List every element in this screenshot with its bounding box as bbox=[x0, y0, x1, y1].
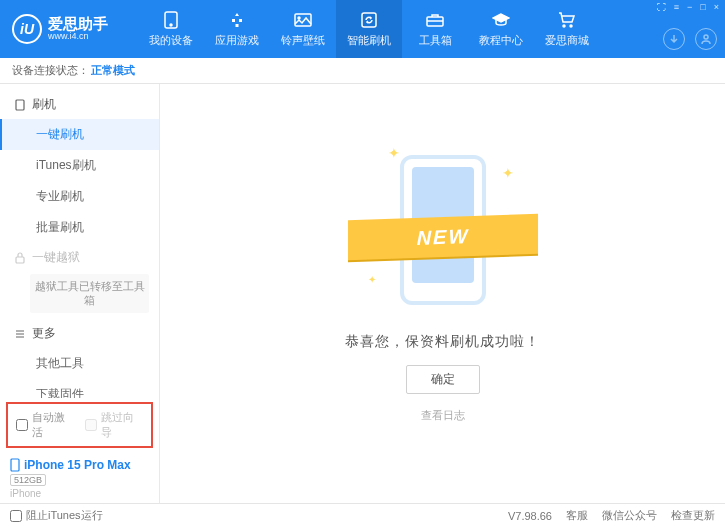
svg-point-3 bbox=[298, 17, 300, 19]
svg-rect-9 bbox=[16, 100, 24, 110]
graduation-icon bbox=[492, 11, 510, 29]
image-icon bbox=[294, 11, 312, 29]
feedback-icon[interactable]: ⛶ bbox=[657, 2, 666, 12]
device-storage: 512GB bbox=[10, 474, 46, 486]
new-ribbon: NEW bbox=[348, 213, 538, 260]
svg-point-6 bbox=[563, 25, 565, 27]
checkbox-label: 自动激活 bbox=[32, 410, 75, 440]
app-title: 爱思助手 bbox=[48, 16, 108, 33]
group-label: 一键越狱 bbox=[32, 249, 80, 266]
svg-rect-4 bbox=[362, 13, 376, 27]
phone-small-icon bbox=[14, 99, 26, 111]
nav-toolbox[interactable]: 工具箱 bbox=[402, 0, 468, 58]
refresh-icon bbox=[361, 11, 377, 29]
phone-icon bbox=[164, 11, 178, 29]
maximize-icon[interactable]: □ bbox=[700, 2, 705, 12]
svg-rect-11 bbox=[11, 459, 19, 471]
download-button[interactable] bbox=[663, 28, 685, 50]
nav-store[interactable]: 爱思商城 bbox=[534, 0, 600, 58]
nav-ringtones[interactable]: 铃声壁纸 bbox=[270, 0, 336, 58]
footer-update-link[interactable]: 检查更新 bbox=[671, 508, 715, 523]
device-name[interactable]: iPhone 15 Pro Max bbox=[10, 458, 149, 472]
sidebar-item-pro-flash[interactable]: 专业刷机 bbox=[0, 181, 159, 212]
sidebar-item-oneclick-flash[interactable]: 一键刷机 bbox=[0, 119, 159, 150]
block-itunes-checkbox[interactable]: 阻止iTunes运行 bbox=[10, 508, 103, 523]
sidebar-jailbreak-note: 越狱工具已转移至工具箱 bbox=[30, 274, 149, 313]
ok-button[interactable]: 确定 bbox=[406, 365, 480, 394]
apps-icon bbox=[229, 11, 245, 29]
cart-icon bbox=[558, 11, 576, 29]
nav-label: 应用游戏 bbox=[215, 33, 259, 48]
footer: 阻止iTunes运行 V7.98.66 客服 微信公众号 检查更新 bbox=[0, 503, 725, 527]
nav-label: 铃声壁纸 bbox=[281, 33, 325, 48]
sidebar-group-flash[interactable]: 刷机 bbox=[0, 90, 159, 119]
main-content: ✦ ✦ ✦ NEW 恭喜您，保资料刷机成功啦！ 确定 查看日志 bbox=[160, 84, 725, 503]
group-label: 更多 bbox=[32, 325, 56, 342]
app-url: www.i4.cn bbox=[48, 32, 108, 42]
status-bar: 设备连接状态： 正常模式 bbox=[0, 58, 725, 84]
group-label: 刷机 bbox=[32, 96, 56, 113]
footer-wechat-link[interactable]: 微信公众号 bbox=[602, 508, 657, 523]
toolbox-icon bbox=[426, 11, 444, 29]
sidebar-group-more[interactable]: 更多 bbox=[0, 319, 159, 348]
nav-smart-flash[interactable]: 智能刷机 bbox=[336, 0, 402, 58]
status-label: 设备连接状态： bbox=[12, 63, 89, 78]
menu-icon[interactable]: ≡ bbox=[674, 2, 679, 12]
nav-label: 我的设备 bbox=[149, 33, 193, 48]
sidebar-group-jailbreak: 一键越狱 bbox=[0, 243, 159, 272]
nav-apps-games[interactable]: 应用游戏 bbox=[204, 0, 270, 58]
skip-guide-checkbox[interactable]: 跳过向导 bbox=[85, 410, 144, 440]
title-bar: iU 爱思助手 www.i4.cn 我的设备 应用游戏 铃声壁纸 智能刷机 工具… bbox=[0, 0, 725, 58]
list-icon bbox=[14, 328, 26, 340]
nav-label: 爱思商城 bbox=[545, 33, 589, 48]
close-icon[interactable]: × bbox=[714, 2, 719, 12]
sidebar-item-itunes-flash[interactable]: iTunes刷机 bbox=[0, 150, 159, 181]
auto-activate-checkbox[interactable]: 自动激活 bbox=[16, 410, 75, 440]
success-message: 恭喜您，保资料刷机成功啦！ bbox=[345, 333, 540, 351]
sidebar-item-download-firmware[interactable]: 下载固件 bbox=[0, 379, 159, 398]
version-label: V7.98.66 bbox=[508, 510, 552, 522]
window-controls: ⛶ ≡ − □ × bbox=[657, 2, 719, 12]
sidebar-item-batch-flash[interactable]: 批量刷机 bbox=[0, 212, 159, 243]
success-illustration: ✦ ✦ ✦ NEW bbox=[378, 145, 508, 315]
top-nav: 我的设备 应用游戏 铃声壁纸 智能刷机 工具箱 教程中心 爱思商城 bbox=[138, 0, 600, 58]
logo-area: iU 爱思助手 www.i4.cn bbox=[0, 14, 120, 44]
device-type: iPhone bbox=[10, 488, 149, 499]
device-info: iPhone 15 Pro Max 512GB iPhone bbox=[0, 452, 159, 503]
nav-label: 工具箱 bbox=[419, 33, 452, 48]
sidebar-item-other-tools[interactable]: 其他工具 bbox=[0, 348, 159, 379]
app-logo-icon: iU bbox=[12, 14, 42, 44]
highlight-box: 自动激活 跳过向导 bbox=[6, 402, 153, 448]
nav-label: 智能刷机 bbox=[347, 33, 391, 48]
svg-point-7 bbox=[570, 25, 572, 27]
nav-label: 教程中心 bbox=[479, 33, 523, 48]
view-log-link[interactable]: 查看日志 bbox=[421, 408, 465, 423]
sidebar: 刷机 一键刷机 iTunes刷机 专业刷机 批量刷机 一键越狱 越狱工具已转移至… bbox=[0, 84, 160, 503]
nav-tutorials[interactable]: 教程中心 bbox=[468, 0, 534, 58]
svg-rect-10 bbox=[16, 257, 24, 263]
footer-support-link[interactable]: 客服 bbox=[566, 508, 588, 523]
nav-my-device[interactable]: 我的设备 bbox=[138, 0, 204, 58]
status-value: 正常模式 bbox=[91, 63, 135, 78]
checkbox-label: 阻止iTunes运行 bbox=[26, 508, 103, 523]
lock-icon bbox=[14, 252, 26, 264]
svg-point-1 bbox=[170, 24, 172, 26]
checkbox-label: 跳过向导 bbox=[101, 410, 144, 440]
minimize-icon[interactable]: − bbox=[687, 2, 692, 12]
device-icon bbox=[10, 458, 20, 472]
svg-point-8 bbox=[704, 35, 708, 39]
user-button[interactable] bbox=[695, 28, 717, 50]
